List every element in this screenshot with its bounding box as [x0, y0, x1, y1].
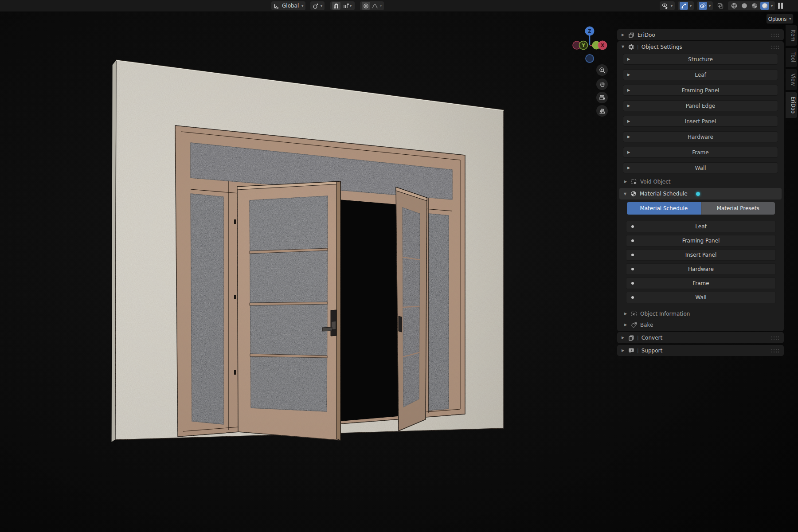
triangle-right-icon: ▶	[627, 73, 630, 77]
material-row-framing-panel[interactable]: Framing Panel	[626, 235, 776, 246]
subpanel-object-information-header[interactable]: ▶ Object Information	[623, 309, 779, 319]
proportional-editing-group[interactable]: ▾	[360, 1, 384, 10]
material-label: Frame	[692, 280, 709, 286]
vtab-label: EriDoo	[790, 97, 796, 113]
material-row-frame[interactable]: Frame	[626, 278, 776, 289]
gizmo-z-label: Z	[588, 29, 591, 34]
object-visibility-dropdown[interactable]: ▾	[660, 1, 675, 10]
drag-grip-icon[interactable]	[771, 336, 779, 340]
show-gizmo-toggle[interactable]	[680, 2, 688, 10]
editor-resize-handle-icon[interactable]	[778, 2, 783, 10]
section-leaf[interactable]: ▶Leaf	[623, 69, 778, 80]
tab-label: Material Schedule	[640, 205, 688, 211]
material-label: Insert Panel	[685, 252, 717, 258]
sidebar-tab-view[interactable]: View	[786, 69, 798, 90]
triangle-right-icon: ▶	[627, 119, 630, 123]
pivot-point-dropdown[interactable]: ▾	[310, 1, 325, 10]
drag-grip-icon[interactable]	[771, 348, 779, 353]
subpanel-material-schedule-header[interactable]: ▼ Material Schedule	[619, 188, 782, 200]
material-label: Leaf	[695, 223, 706, 230]
panel-convert-header[interactable]: ▶ | Convert	[617, 332, 784, 343]
material-row-insert-panel[interactable]: Insert Panel	[626, 249, 776, 261]
object-information-icon	[631, 311, 637, 317]
snap-with-dropdown[interactable]: ▾	[342, 2, 353, 10]
vtab-label: Tool	[790, 52, 796, 62]
material-label: Wall	[695, 294, 706, 301]
sidebar-tab-item[interactable]: Item	[786, 25, 798, 46]
chevron-down-icon: ▾	[689, 4, 692, 8]
material-row-leaf[interactable]: Leaf	[626, 221, 776, 232]
selectability-visibility-icon	[661, 3, 669, 9]
triangle-right-icon: ▶	[627, 57, 630, 61]
drag-grip-icon[interactable]	[771, 45, 779, 49]
snap-toggle[interactable]	[332, 2, 340, 10]
material-row-hardware[interactable]: Hardware	[626, 263, 776, 275]
options-label: Options	[768, 16, 786, 22]
wireframe-sphere-icon	[731, 2, 738, 9]
triangle-right-icon: ▶	[627, 166, 630, 170]
chevron-down-icon: ▾	[379, 4, 382, 8]
chevron-down-icon: ▾	[708, 4, 711, 8]
shading-wireframe-button[interactable]	[730, 2, 739, 10]
sidebar-tab-tool[interactable]: Tool	[786, 47, 798, 67]
tab-material-schedule[interactable]: Material Schedule	[627, 202, 701, 215]
material-row-wall[interactable]: Wall	[626, 292, 776, 303]
transform-orientation-value[interactable]: Global	[281, 3, 300, 9]
magnet-icon	[333, 3, 340, 9]
chevron-down-icon: ▾	[771, 4, 773, 8]
material-dot-icon	[631, 225, 634, 228]
separator: |	[637, 44, 639, 50]
section-wall[interactable]: ▶Wall	[623, 162, 778, 173]
show-overlays-toggle[interactable]	[699, 2, 707, 10]
gizmo-y-label: Y	[581, 43, 585, 48]
shading-material-button[interactable]	[750, 2, 759, 10]
transform-orientation-dropdown[interactable]: Global ▾	[271, 1, 305, 10]
shading-solid-button[interactable]	[740, 2, 749, 10]
panel-eridoo-header[interactable]: ▶ EriDoo	[617, 29, 784, 40]
chevron-right-icon: ▶	[623, 312, 628, 316]
gizmo-x-label: X	[601, 43, 604, 48]
material-dot-icon	[631, 282, 634, 285]
navigation-gizmo[interactable]: Y X Z	[571, 22, 612, 65]
zoom-button[interactable]	[596, 64, 608, 76]
proportional-editing-toggle[interactable]	[362, 2, 370, 10]
section-panel-edge[interactable]: ▶Panel Edge	[623, 100, 778, 111]
section-hardware[interactable]: ▶Hardware	[623, 131, 778, 142]
pan-button[interactable]	[596, 78, 608, 90]
drag-grip-icon[interactable]	[771, 33, 779, 37]
material-dot-icon	[631, 254, 634, 256]
panel-support-header[interactable]: ▶ | Support	[617, 345, 784, 356]
xray-icon	[717, 2, 724, 9]
orthographic-toggle-button[interactable]	[596, 105, 608, 117]
section-label: Panel Edge	[686, 103, 715, 109]
section-framing-panel[interactable]: ▶Framing Panel	[623, 85, 778, 96]
section-insert-panel[interactable]: ▶Insert Panel	[623, 116, 778, 127]
options-button[interactable]: Options ▾	[766, 14, 794, 24]
viewport-header-right: ▾ ▾ ▾	[660, 1, 783, 10]
snap-group[interactable]: ▾	[330, 1, 355, 10]
subpanel-void-object-header[interactable]: ▶ Void Object	[623, 176, 779, 187]
subpanel-bake-header[interactable]: ▶ Bake	[623, 320, 779, 330]
camera-view-button[interactable]	[596, 92, 608, 103]
sidebar-tab-strip: Item Tool View EriDoo	[786, 25, 798, 118]
material-dot-icon	[631, 239, 634, 242]
chevron-down-icon: ▾	[301, 4, 304, 8]
panel-object-settings-header[interactable]: ▼ | Object Settings	[617, 41, 784, 52]
gizmo-minus-z-ball[interactable]	[586, 55, 594, 63]
section-structure[interactable]: ▶Structure	[623, 54, 778, 65]
magnifier-plus-icon	[599, 67, 606, 74]
section-frame[interactable]: ▶Frame	[623, 147, 778, 158]
falloff-curve-icon[interactable]	[372, 3, 378, 9]
section-label: Structure	[688, 56, 713, 63]
convert-stack-icon	[628, 335, 634, 341]
void-object-icon	[631, 179, 637, 185]
panel-object-settings-label: Object Settings	[642, 44, 682, 50]
shading-rendered-button[interactable]	[760, 2, 769, 10]
viewport-header: Global ▾ ▾ ▾	[0, 0, 798, 12]
perspective-grid-icon	[599, 108, 606, 114]
sidebar-tab-eridoo[interactable]: EriDoo	[786, 92, 798, 118]
tab-material-presets[interactable]: Material Presets	[701, 202, 775, 215]
chevron-down-icon: ▾	[320, 4, 323, 8]
xray-toggle[interactable]	[716, 2, 725, 10]
subpanel-object-information-label: Object Information	[640, 311, 690, 317]
